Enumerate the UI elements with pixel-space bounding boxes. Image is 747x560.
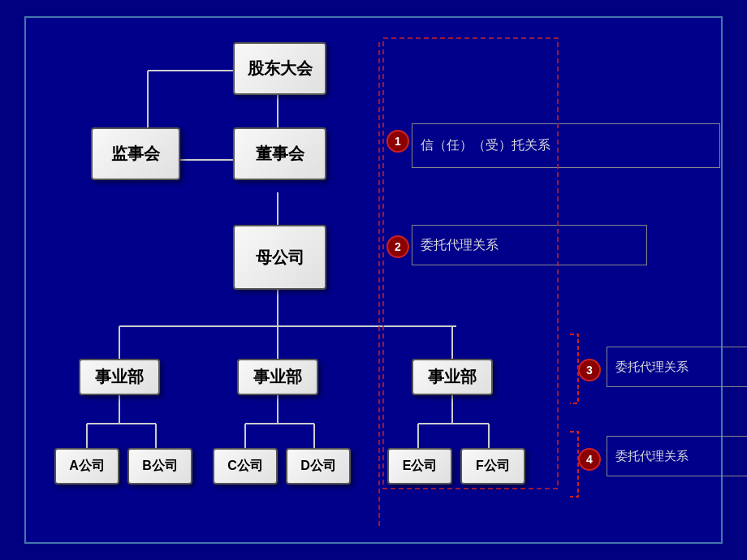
company-c-box: C公司 xyxy=(213,448,278,485)
main-panel: 股东大会 监事会 董事会 母公司 事业部 事业部 事业部 A公司 xyxy=(24,16,723,544)
parent-box: 母公司 xyxy=(233,225,326,290)
company-e-box: E公司 xyxy=(387,448,452,485)
division1-box: 事业部 xyxy=(79,359,160,395)
company-d-box: D公司 xyxy=(286,448,351,485)
annotation-3: 委托代理关系 xyxy=(607,347,747,387)
badge-4: 4 xyxy=(578,448,601,471)
annotation-1: 信（任）（受）托关系 xyxy=(412,123,720,168)
org-chart: 股东大会 监事会 董事会 母公司 事业部 事业部 事业部 A公司 xyxy=(42,34,705,526)
badge-2: 2 xyxy=(386,235,409,258)
badge-1: 1 xyxy=(386,130,409,153)
company-b-box: B公司 xyxy=(127,448,192,485)
board-box: 董事会 xyxy=(233,127,326,180)
division2-box: 事业部 xyxy=(237,359,318,395)
annotation-4: 委托代理关系 xyxy=(607,436,747,476)
shareholders-box: 股东大会 xyxy=(233,42,326,95)
badge-3: 3 xyxy=(578,359,601,381)
division3-box: 事业部 xyxy=(412,359,493,395)
company-f-box: F公司 xyxy=(460,448,525,485)
company-a-box: A公司 xyxy=(54,448,119,485)
annotation-2: 委托代理关系 xyxy=(412,225,647,265)
supervisory-box: 监事会 xyxy=(91,127,180,180)
